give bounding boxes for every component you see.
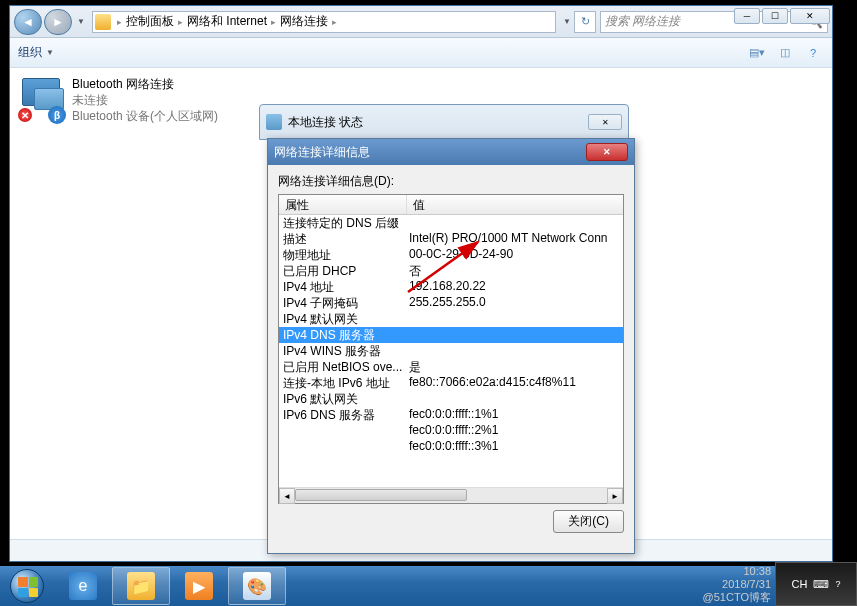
table-row[interactable]: IPv6 默认网关 [279,391,623,407]
organize-button[interactable]: 组织 [18,44,42,61]
scroll-left-button[interactable]: ◄ [279,488,295,504]
status-close-button[interactable]: ✕ [588,114,622,130]
table-row[interactable]: fec0:0:0:ffff::3%1 [279,439,623,455]
search-placeholder: 搜索 网络连接 [605,13,680,30]
table-row[interactable]: 已启用 DHCP否 [279,263,623,279]
bc-item-0[interactable]: 控制面板 [124,13,176,30]
path-drop[interactable]: ▼ [560,12,574,32]
table-row[interactable]: 描述Intel(R) PRO/1000 MT Network Conn [279,231,623,247]
back-button[interactable]: ◄ [14,9,42,35]
table-row[interactable]: IPv4 默认网关 [279,311,623,327]
maximize-button[interactable]: ☐ [762,8,788,24]
ime-toolbar[interactable]: CH ⌨ ? [775,562,857,606]
table-row[interactable]: IPv6 DNS 服务器fec0:0:0:ffff::1%1 [279,407,623,423]
watermark: 10:38 2018/7/31 @51CTO博客 [703,565,771,604]
dialog-titlebar: 网络连接详细信息 ✕ [268,139,634,165]
bluetooth-icon: β [48,106,66,124]
adapter-icon: ✕ β [18,76,66,124]
view-options-button[interactable]: ▤▾ [746,43,768,63]
scroll-right-button[interactable]: ► [607,488,623,504]
media-icon: ▶ [185,572,213,600]
table-row[interactable]: 已启用 NetBIOS ove...是 [279,359,623,375]
details-label: 网络连接详细信息(D): [278,173,624,190]
refresh-button[interactable]: ↻ [574,11,596,33]
status-dialog-title: 本地连接 状态 ✕ [259,104,629,140]
col-value[interactable]: 值 [407,195,623,214]
paint-icon: 🎨 [243,572,271,600]
table-row[interactable]: IPv4 地址192.168.20.22 [279,279,623,295]
adapter-item-bluetooth[interactable]: ✕ β Bluetooth 网络连接 未连接 Bluetooth 设备(个人区域… [18,76,228,531]
adapter-name: Bluetooth 网络连接 [72,76,218,92]
table-row[interactable]: 连接特定的 DNS 后缀 [279,215,623,231]
adapter-device: Bluetooth 设备(个人区域网) [72,108,218,124]
taskbar-ie[interactable]: e [54,567,112,605]
organize-drop-icon[interactable]: ▼ [46,48,54,57]
start-button[interactable] [0,566,54,606]
folder-icon: 📁 [127,572,155,600]
window-controls: ─ ☐ ✕ [732,6,832,26]
breadcrumb[interactable]: ▸ 控制面板 ▸ 网络和 Internet ▸ 网络连接 ▸ [92,11,556,33]
col-property[interactable]: 属性 [279,195,407,214]
nav-history-drop[interactable]: ▼ [74,12,88,32]
adapter-status: 未连接 [72,92,218,108]
table-row[interactable]: IPv4 子网掩码255.255.255.0 [279,295,623,311]
table-row[interactable]: IPv4 DNS 服务器 [279,327,623,343]
table-row[interactable]: fec0:0:0:ffff::2%1 [279,423,623,439]
horizontal-scrollbar[interactable]: ◄ ► [279,487,623,503]
disconnected-x-icon: ✕ [18,108,32,122]
ime-help-icon[interactable]: ? [835,579,840,589]
windows-orb-icon [10,569,44,603]
nav-toolbar: ◄ ► ▼ ▸ 控制面板 ▸ 网络和 Internet ▸ 网络连接 ▸ ▼ ↻… [10,6,832,38]
view-controls: ▤▾ ◫ ? [746,43,824,63]
network-details-dialog: 网络连接详细信息 ✕ 网络连接详细信息(D): 属性 值 连接特定的 DNS 后… [267,138,635,554]
close-button[interactable]: ✕ [790,8,830,24]
table-row[interactable]: 物理地址00-0C-29-3D-24-90 [279,247,623,263]
dialog-close-button[interactable]: ✕ [586,143,628,161]
forward-button[interactable]: ► [44,9,72,35]
scroll-thumb[interactable] [295,489,467,501]
preview-pane-button[interactable]: ◫ [774,43,796,63]
table-row[interactable]: IPv4 WINS 服务器 [279,343,623,359]
taskbar-paint[interactable]: 🎨 [228,567,286,605]
list-header: 属性 值 [279,195,623,215]
details-listview[interactable]: 属性 值 连接特定的 DNS 后缀描述Intel(R) PRO/1000 MT … [278,194,624,504]
lang-indicator[interactable]: CH [792,578,808,590]
folder-icon [95,14,111,30]
network-icon [266,114,282,130]
taskbar-explorer[interactable]: 📁 [112,567,170,605]
organize-bar: 组织 ▼ ▤▾ ◫ ? [10,38,832,68]
bc-item-2[interactable]: 网络连接 [278,13,330,30]
help-button[interactable]: ? [802,43,824,63]
bc-item-1[interactable]: 网络和 Internet [185,13,269,30]
taskbar-media[interactable]: ▶ [170,567,228,605]
ime-options-icon[interactable]: ⌨ [813,578,829,591]
table-row[interactable]: 连接-本地 IPv6 地址fe80::7066:e02a:d415:c4f8%1… [279,375,623,391]
close-button[interactable]: 关闭(C) [553,510,624,533]
ie-icon: e [69,572,97,600]
minimize-button[interactable]: ─ [734,8,760,24]
